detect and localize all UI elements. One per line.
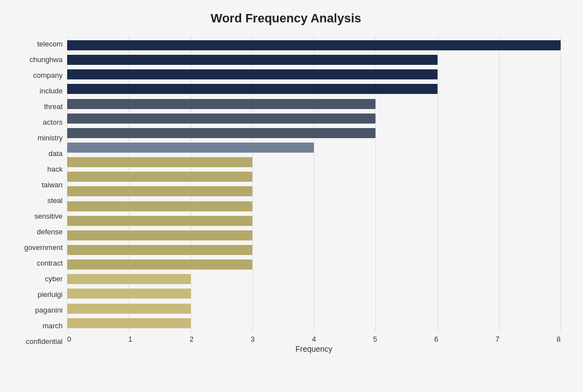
x-tick: 3: [251, 335, 255, 343]
bar-row: [67, 127, 561, 139]
chart-area: telecomchunghwacompanyincludethreatactor…: [11, 36, 561, 350]
bar: [67, 84, 438, 94]
bar: [67, 99, 375, 109]
y-label: defense: [37, 228, 63, 235]
y-label: paganini: [35, 306, 63, 314]
bar: [67, 274, 191, 284]
y-label: ministry: [37, 134, 63, 141]
y-label: government: [24, 244, 63, 251]
bar: [67, 40, 561, 50]
y-label: data: [49, 150, 63, 157]
bars-and-grid: 012345678 Frequency: [67, 36, 561, 350]
bar: [67, 186, 252, 196]
y-label: march: [43, 322, 63, 329]
x-tick: 0: [67, 335, 71, 343]
y-label: sensitive: [34, 212, 63, 220]
x-axis-ticks: 012345678: [67, 333, 561, 343]
x-tick: 6: [434, 335, 438, 343]
bar: [67, 216, 252, 226]
bar-row: [67, 200, 561, 212]
chart-title: Word Frequency Analysis: [11, 11, 561, 26]
bar: [67, 157, 252, 167]
y-label: hack: [48, 166, 63, 173]
x-tick: 5: [373, 335, 377, 343]
bar-row: [67, 185, 561, 197]
bar-row: [67, 68, 561, 81]
chart-container: Word Frequency Analysis telecomchunghwac…: [0, 0, 583, 392]
y-label: taiwan: [41, 181, 63, 188]
bar: [67, 143, 314, 153]
bar: [67, 201, 252, 211]
bar: [67, 230, 252, 240]
bar-row: [67, 39, 561, 51]
y-label: actors: [43, 119, 63, 126]
bar-row: [67, 171, 561, 183]
x-tick: 2: [190, 335, 194, 343]
x-tick: 7: [495, 335, 499, 343]
grid-line: [561, 36, 561, 333]
bar-row: [67, 141, 561, 154]
bar-row: [67, 287, 561, 300]
bar-row: [67, 54, 561, 66]
y-label: chunghwa: [30, 56, 63, 63]
x-tick: 4: [312, 335, 316, 343]
bar: [67, 69, 438, 79]
y-label: pierluigi: [37, 291, 63, 298]
bar-row: [67, 303, 561, 315]
bar: [67, 318, 191, 328]
bar: [67, 172, 252, 182]
bar-row: [67, 317, 561, 329]
bar-row: [67, 244, 561, 256]
bar-row: [67, 98, 561, 110]
y-label: confidential: [26, 338, 63, 345]
bar: [67, 128, 375, 138]
bar: [67, 259, 252, 270]
bar-row: [67, 258, 561, 271]
y-label: include: [40, 87, 63, 95]
y-label: steal: [48, 197, 63, 204]
grid-and-bars: [67, 36, 561, 333]
y-label: company: [33, 72, 63, 79]
bar-row: [67, 83, 561, 95]
y-label: telecom: [37, 40, 63, 48]
bar: [67, 245, 252, 255]
bar-row: [67, 112, 561, 125]
bar: [67, 304, 191, 314]
x-tick: 1: [128, 335, 132, 343]
bar: [67, 55, 438, 65]
y-axis-labels: telecomchunghwacompanyincludethreatactor…: [11, 36, 67, 350]
y-label: contract: [37, 259, 63, 267]
bars-wrapper: [67, 36, 561, 333]
x-axis-label: Frequency: [67, 344, 561, 353]
y-label: cyber: [45, 275, 63, 282]
bar-row: [67, 229, 561, 242]
y-label: threat: [44, 103, 63, 110]
bar: [67, 289, 191, 299]
x-tick: 8: [557, 335, 561, 343]
x-axis: 012345678 Frequency: [67, 333, 561, 350]
bar-row: [67, 215, 561, 227]
bar-row: [67, 273, 561, 285]
bar: [67, 114, 375, 124]
bar-row: [67, 156, 561, 168]
